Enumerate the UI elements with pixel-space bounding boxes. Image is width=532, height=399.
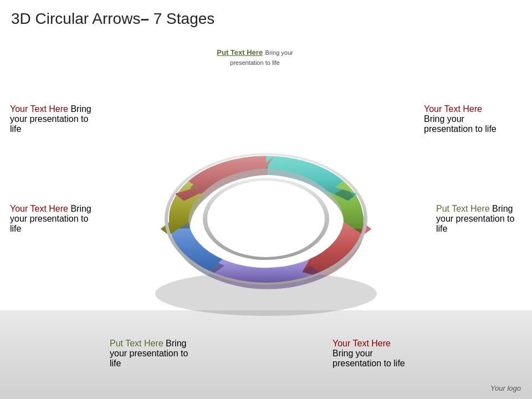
- label-top: Put Text Here Bring your presentation to…: [216, 47, 294, 67]
- label-bottom-left-title[interactable]: Put Text Here: [110, 339, 163, 348]
- label-bottom-right-sub1: Bring your: [332, 349, 373, 358]
- label-top-left-title[interactable]: Your Text Here: [10, 104, 68, 114]
- diagram-container: [66, 55, 466, 344]
- label-left: Your Text Here Bring your presentation t…: [10, 204, 93, 234]
- label-top-title[interactable]: Put Text Here: [217, 48, 263, 57]
- label-bottom-right-title[interactable]: Your Text Here: [332, 339, 391, 348]
- label-right-title[interactable]: Put Text Here: [436, 204, 490, 213]
- label-bottom-right: Your Text Here Bring your presentation t…: [332, 339, 413, 369]
- label-top-right-sub1: Bring your: [424, 114, 464, 124]
- label-top-sub1: Bring your: [265, 49, 293, 56]
- label-top-right-sub2: presentation to life: [424, 124, 497, 134]
- logo-text: Your logo: [490, 384, 521, 392]
- label-top-right-title[interactable]: Your Text Here: [424, 104, 482, 114]
- label-bottom-right-sub2: presentation to life: [332, 359, 405, 368]
- page-title: 3D Circular Arrows– 7 Stages: [11, 10, 214, 28]
- circular-arrows-svg: [66, 55, 466, 344]
- label-left-title[interactable]: Your Text Here: [10, 204, 68, 213]
- label-bottom-left: Put Text Here Bring your presentation to…: [110, 339, 190, 369]
- title-main: 3D Circular Arrows: [11, 10, 140, 27]
- title-sub: 7 Stages: [154, 10, 215, 27]
- label-top-sub2: presentation to life: [230, 59, 280, 66]
- label-right: Put Text Here Bring your presentation to…: [436, 204, 516, 234]
- label-top-left: Your Text Here Bring your presentation t…: [10, 104, 93, 134]
- label-top-right: Your Text Here Bring your presentation t…: [424, 104, 504, 134]
- logo: Your logo: [490, 384, 521, 392]
- svg-point-1: [205, 180, 327, 259]
